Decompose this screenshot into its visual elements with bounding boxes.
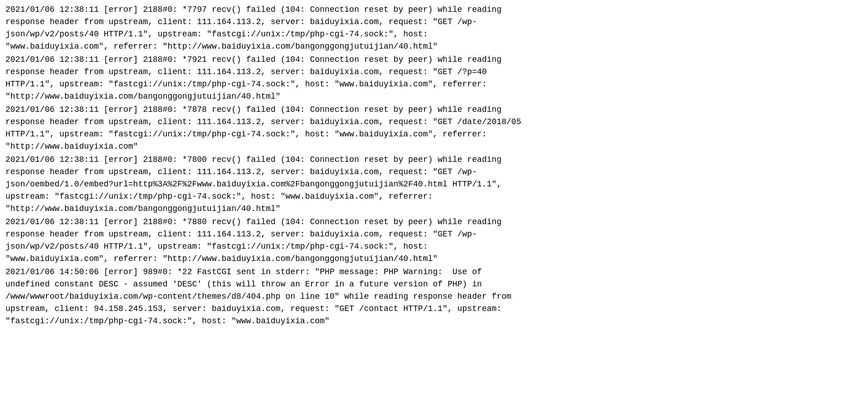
log-container: 2021/01/06 12:38:11 [error] 2188#0: *779… [5, 4, 863, 327]
log-entry-4: 2021/01/06 12:38:11 [error] 2188#0: *780… [5, 154, 863, 215]
log-entry-5: 2021/01/06 12:38:11 [error] 2188#0: *788… [5, 216, 863, 265]
log-entry-2: 2021/01/06 12:38:11 [error] 2188#0: *792… [5, 54, 863, 103]
log-entry-1: 2021/01/06 12:38:11 [error] 2188#0: *779… [5, 4, 863, 53]
log-entry-3: 2021/01/06 12:38:11 [error] 2188#0: *787… [5, 104, 863, 153]
log-entry-6: 2021/01/06 14:50:06 [error] 989#0: *22 F… [5, 266, 863, 327]
